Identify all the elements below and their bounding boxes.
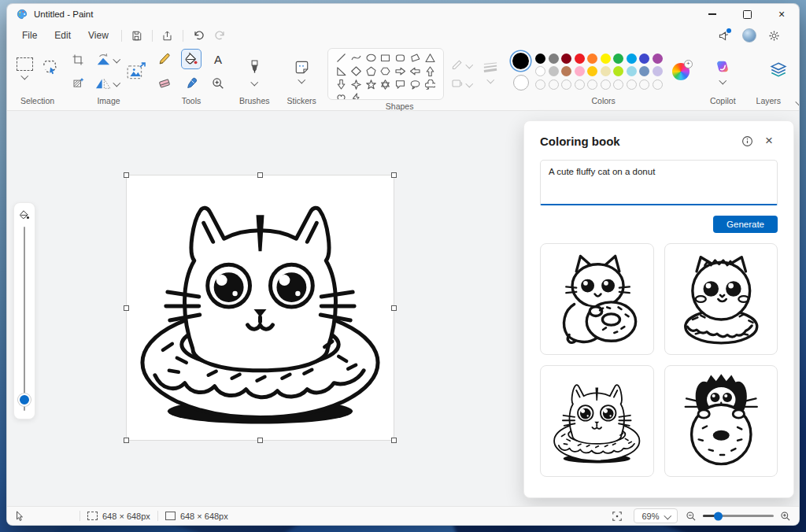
thumbnail-cat-hugging-donut[interactable] bbox=[540, 243, 654, 355]
shape-diamond-icon[interactable] bbox=[350, 65, 361, 76]
zoom-slider-thumb[interactable] bbox=[714, 512, 723, 520]
pencil-tool[interactable] bbox=[154, 49, 175, 69]
info-button[interactable] bbox=[738, 132, 756, 150]
eraser-tool[interactable] bbox=[154, 73, 175, 94]
palette-swatch-1-3[interactable] bbox=[575, 54, 585, 64]
copilot-button[interactable] bbox=[715, 59, 731, 83]
fit-to-screen-button[interactable] bbox=[612, 511, 623, 522]
redo-button[interactable] bbox=[209, 26, 231, 45]
palette-swatch-1-9[interactable] bbox=[653, 54, 663, 64]
selection-handle-w[interactable] bbox=[124, 305, 129, 311]
close-button[interactable]: × bbox=[764, 4, 799, 24]
brushes-button[interactable] bbox=[248, 58, 261, 85]
stickers-button[interactable] bbox=[294, 60, 309, 83]
shape-speech-bubble-icon[interactable] bbox=[395, 79, 406, 90]
zoom-out-button[interactable] bbox=[686, 511, 697, 522]
shape-rounded-rectangle-icon[interactable] bbox=[395, 52, 406, 63]
free-form-select-tool[interactable] bbox=[41, 58, 58, 79]
selection-handle-nw[interactable] bbox=[124, 172, 129, 178]
palette-swatch-empty[interactable] bbox=[613, 79, 623, 90]
palette-swatch-1-0[interactable] bbox=[535, 54, 545, 64]
panel-close-button[interactable]: × bbox=[760, 132, 778, 150]
share-button[interactable] bbox=[157, 26, 179, 45]
edit-colors-button[interactable]: + bbox=[672, 63, 690, 80]
selection-handle-e[interactable] bbox=[391, 305, 397, 311]
rectangle-select-tool[interactable] bbox=[17, 57, 33, 71]
slider-track[interactable] bbox=[24, 227, 26, 411]
slider-thumb[interactable] bbox=[18, 393, 31, 406]
crop-button[interactable] bbox=[68, 50, 88, 70]
account-avatar[interactable] bbox=[742, 28, 756, 42]
selection-handle-s[interactable] bbox=[257, 438, 263, 443]
palette-swatch-2-2[interactable] bbox=[561, 66, 571, 76]
chevron-down-icon[interactable] bbox=[796, 98, 800, 105]
shape-rectangle-icon[interactable] bbox=[380, 52, 391, 63]
palette-swatch-1-7[interactable] bbox=[627, 54, 637, 64]
background-color-swatch[interactable] bbox=[513, 75, 529, 91]
menu-edit[interactable]: Edit bbox=[46, 27, 79, 44]
selection-handle-ne[interactable] bbox=[391, 172, 397, 178]
palette-swatch-empty[interactable] bbox=[627, 79, 637, 90]
palette-swatch-1-2[interactable] bbox=[561, 54, 571, 64]
palette-swatch-empty[interactable] bbox=[587, 79, 597, 90]
thumbnail-fluffy-cat-on-donut[interactable] bbox=[664, 243, 778, 355]
thumbnail-black-cat-behind-donut[interactable] bbox=[664, 365, 778, 477]
palette-swatch-1-5[interactable] bbox=[601, 54, 611, 64]
minimize-button[interactable] bbox=[695, 4, 730, 24]
chevron-down-icon[interactable] bbox=[21, 72, 28, 79]
shape-six-point-star-icon[interactable] bbox=[380, 79, 391, 90]
menu-file[interactable]: File bbox=[13, 27, 46, 44]
shape-four-point-star-icon[interactable] bbox=[350, 79, 361, 90]
palette-swatch-2-8[interactable] bbox=[639, 66, 649, 76]
shape-arrow-down-icon[interactable] bbox=[335, 79, 346, 90]
zoom-slider[interactable] bbox=[703, 515, 774, 517]
palette-swatch-2-5[interactable] bbox=[601, 66, 611, 76]
palette-swatch-empty[interactable] bbox=[639, 79, 649, 90]
color-picker-tool[interactable] bbox=[181, 73, 202, 94]
selection-handle-n[interactable] bbox=[257, 172, 263, 178]
text-tool[interactable]: A bbox=[208, 49, 228, 69]
shape-right-triangle-icon[interactable] bbox=[335, 65, 346, 76]
shape-oval-icon[interactable] bbox=[365, 52, 376, 63]
generate-button[interactable]: Generate bbox=[713, 216, 778, 233]
shape-pentagon-icon[interactable] bbox=[365, 65, 376, 76]
prompt-input[interactable]: A cute fluffy cat on a donut bbox=[540, 160, 778, 205]
palette-swatch-empty[interactable] bbox=[535, 79, 545, 90]
line-thickness-button[interactable] bbox=[482, 61, 499, 83]
selection-handle-sw[interactable] bbox=[124, 438, 129, 443]
shape-oval-bubble-icon[interactable] bbox=[410, 79, 421, 90]
shape-five-point-star-icon[interactable] bbox=[365, 79, 376, 90]
canvas[interactable] bbox=[127, 175, 394, 440]
undo-button[interactable] bbox=[187, 26, 209, 45]
palette-swatch-empty[interactable] bbox=[575, 79, 585, 90]
fill-tool[interactable] bbox=[181, 49, 202, 69]
foreground-color-swatch[interactable] bbox=[512, 53, 529, 69]
shape-line-icon[interactable] bbox=[335, 52, 346, 63]
palette-swatch-empty[interactable] bbox=[549, 79, 559, 90]
resize-image-button[interactable] bbox=[123, 58, 150, 85]
palette-swatch-1-6[interactable] bbox=[613, 54, 623, 64]
magnifier-tool[interactable] bbox=[208, 73, 228, 94]
rotate-button[interactable] bbox=[93, 50, 120, 70]
zoom-in-button[interactable] bbox=[780, 511, 791, 522]
palette-swatch-empty[interactable] bbox=[653, 79, 663, 90]
palette-swatch-2-4[interactable] bbox=[587, 66, 597, 76]
feedback-button[interactable] bbox=[718, 29, 730, 42]
settings-button[interactable] bbox=[768, 30, 780, 42]
palette-swatch-2-7[interactable] bbox=[627, 66, 637, 76]
palette-swatch-1-8[interactable] bbox=[639, 54, 649, 64]
shape-curve-icon[interactable] bbox=[350, 52, 361, 63]
shape-cloud-bubble-icon[interactable] bbox=[424, 79, 435, 90]
thumbnail-cat-inside-donut[interactable] bbox=[540, 365, 654, 477]
shape-arrow-left-icon[interactable] bbox=[410, 65, 421, 76]
menu-view[interactable]: View bbox=[79, 27, 117, 44]
palette-swatch-2-3[interactable] bbox=[575, 66, 585, 76]
palette-swatch-empty[interactable] bbox=[601, 79, 611, 90]
magic-erase-button[interactable] bbox=[68, 73, 88, 94]
shape-fill-button[interactable] bbox=[451, 78, 472, 89]
shape-triangle-icon[interactable] bbox=[424, 52, 435, 63]
palette-swatch-2-1[interactable] bbox=[549, 66, 559, 76]
shape-arrow-up-icon[interactable] bbox=[424, 65, 435, 76]
palette-swatch-1-1[interactable] bbox=[549, 54, 559, 64]
save-button[interactable] bbox=[126, 26, 148, 45]
